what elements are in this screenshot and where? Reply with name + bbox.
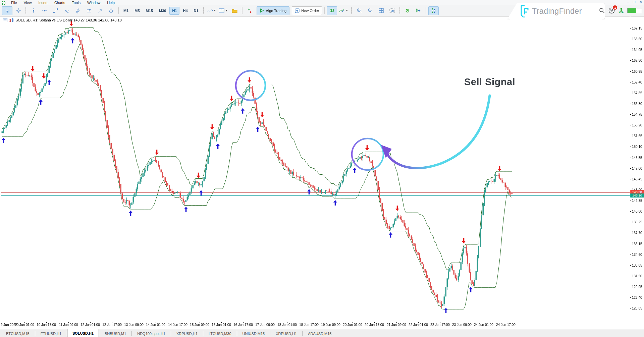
price-axis-label: 142.35	[632, 199, 642, 203]
price-axis-tick	[630, 265, 631, 266]
chart-templates-button[interactable]: ▼	[218, 6, 229, 15]
vertical-line-tool-button[interactable]	[28, 6, 39, 15]
search-icon[interactable]	[599, 8, 605, 13]
price-axis-label: 145.45	[632, 177, 642, 181]
price-axis-label: 159.40	[632, 80, 642, 84]
chart-tab-solusd-h1[interactable]: SOLUSD,H1	[67, 329, 99, 337]
chart-tab-ethusd-h1[interactable]: ETHUSD,H1	[35, 330, 67, 337]
chart-tab-bnbusd-m1[interactable]: BNBUSD,M1	[99, 330, 131, 337]
andrews-pitchfork-tool-button[interactable]	[72, 6, 83, 15]
price-axis-label: 162.50	[632, 59, 642, 62]
price-line-badge: 143.10	[630, 193, 644, 198]
price-axis-label: 131.50	[632, 274, 642, 278]
menu-item-help[interactable]: Help	[104, 0, 118, 5]
zoom-in-button[interactable]	[354, 6, 364, 15]
price-axis-label: 164.05	[632, 48, 642, 52]
toolbar-separator	[426, 7, 426, 14]
chart-tab-ltcusd-m30[interactable]: LTCUSD,M30	[203, 330, 237, 337]
chart-tab-adausd-m15[interactable]: ADAUSD,M15	[303, 330, 337, 337]
chevron-down-icon: ▼	[225, 9, 228, 12]
timeframe-button-d1[interactable]: D1	[191, 7, 201, 15]
chart-tab-xrpusd-h1[interactable]: XRPUSD,H1	[171, 330, 203, 337]
price-axis-tick	[630, 39, 631, 39]
cursor-tool-button[interactable]	[2, 6, 12, 15]
indicators-button[interactable]: ▼	[338, 6, 349, 15]
price-axis-label: 137.70	[632, 231, 642, 235]
price-axis-label: 150.10	[632, 145, 642, 149]
chevron-down-icon: ▼	[214, 9, 216, 12]
profile-icon[interactable]: 1	[608, 7, 615, 14]
trendline-tool-button[interactable]	[50, 6, 61, 15]
tradingfinder-logo-icon	[519, 5, 529, 17]
gear-icon: ⚙	[405, 8, 410, 13]
level-indicator[interactable]: LVL	[619, 8, 624, 13]
menu-item-tools[interactable]: Tools	[68, 0, 84, 5]
candlestick-view-button[interactable]	[327, 6, 337, 15]
one-click-trading-icon[interactable]	[3, 18, 7, 22]
price-axis-tick	[630, 93, 631, 93]
menu-item-window[interactable]: Window	[84, 0, 104, 5]
price-axis-tick	[630, 233, 631, 233]
chart-header: SOLUSD, H1: Solana vs US Dollar 143.27 1…	[3, 18, 122, 22]
shapes-tool-button[interactable]	[106, 6, 116, 15]
timeframe-button-m1[interactable]: M1	[121, 7, 131, 15]
crosshair-tool-button[interactable]	[13, 6, 23, 15]
algo-trading-button[interactable]: Algo Trading	[257, 6, 289, 15]
price-axis-tick	[630, 201, 631, 201]
price-axis-tick	[630, 147, 631, 147]
price-chart-canvas[interactable]	[0, 0, 644, 337]
price-axis-tick	[630, 297, 631, 298]
chart-tab-ndq100-spot-h1[interactable]: NDQ100.spot,H1	[132, 330, 171, 337]
new-order-button[interactable]: New Order	[292, 6, 322, 15]
price-axis-label: 165.60	[632, 37, 642, 41]
open-data-folder-button[interactable]	[229, 6, 240, 15]
menu-items: FileViewInsertChartsToolsWindowHelp	[8, 0, 118, 5]
price-axis-tick	[630, 104, 631, 104]
price-axis-tick	[630, 211, 631, 212]
menu-item-charts[interactable]: Charts	[51, 0, 68, 5]
level-label: LVL	[619, 11, 624, 13]
timeframe-button-m30[interactable]: M30	[156, 7, 169, 15]
tile-windows-button[interactable]	[376, 6, 386, 15]
notification-badge: 1	[613, 5, 617, 10]
zoom-out-button[interactable]	[365, 6, 375, 15]
menu-item-view[interactable]: View	[20, 0, 35, 5]
price-axis-label: 140.80	[632, 210, 642, 213]
timeframe-button-h1[interactable]: H1	[169, 7, 179, 15]
chart-tab-xrpusd-h1[interactable]: XRPUSD,H1	[270, 330, 302, 337]
menu-item-file[interactable]: File	[8, 0, 20, 5]
price-axis-tick	[630, 168, 631, 169]
tradingfinder-logo-text: TradingFinder	[532, 7, 582, 16]
toolbar-separator	[399, 7, 400, 14]
price-axis-tick	[630, 244, 631, 244]
price-axis-tick	[630, 125, 631, 125]
close-button[interactable]: ✕	[639, 1, 642, 4]
price-axis-label: 133.05	[632, 264, 642, 267]
timeframe-button-h4[interactable]: H4	[180, 7, 190, 15]
chart-tab-uniusd-m15[interactable]: UNIUSD,M15	[237, 330, 270, 337]
expert-settings-button[interactable]: ⚙	[402, 6, 413, 15]
new-order-label: New Order	[301, 9, 319, 13]
toolbar-separator	[324, 7, 325, 14]
auto-scroll-button[interactable]	[428, 6, 439, 15]
price-axis-tick	[630, 28, 631, 29]
horizontal-line-tool-button[interactable]	[39, 6, 50, 15]
step-forward-button[interactable]	[413, 6, 424, 15]
timeframe-button-m15[interactable]: M15	[143, 7, 156, 15]
chart-type-button[interactable]: ▼	[206, 6, 217, 15]
arrow-draw-tool-button[interactable]	[95, 6, 105, 15]
restore-button[interactable]: ❐	[633, 1, 635, 4]
chart-tab-bar: BTCUSD,M15ETHUSD,H1SOLUSD,H1BNBUSD,M1NDQ…	[0, 329, 644, 337]
price-axis-tick	[630, 255, 631, 255]
timeframe-button-m5[interactable]: M5	[132, 7, 142, 15]
minimize-button[interactable]: –	[627, 1, 629, 4]
menu-item-insert[interactable]: Insert	[35, 0, 51, 5]
buy-sell-arrows-button[interactable]	[245, 6, 255, 15]
price-axis-label: 157.85	[632, 91, 642, 95]
price-axis-tick	[630, 222, 631, 222]
cycle-lines-tool-button[interactable]	[84, 6, 94, 15]
chart-tab-btcusd-m15[interactable]: BTCUSD,M15	[1, 330, 35, 337]
depth-of-market-icon[interactable]	[9, 18, 14, 22]
screenshot-button[interactable]	[387, 6, 397, 15]
equidistant-channel-tool-button[interactable]	[61, 6, 72, 15]
